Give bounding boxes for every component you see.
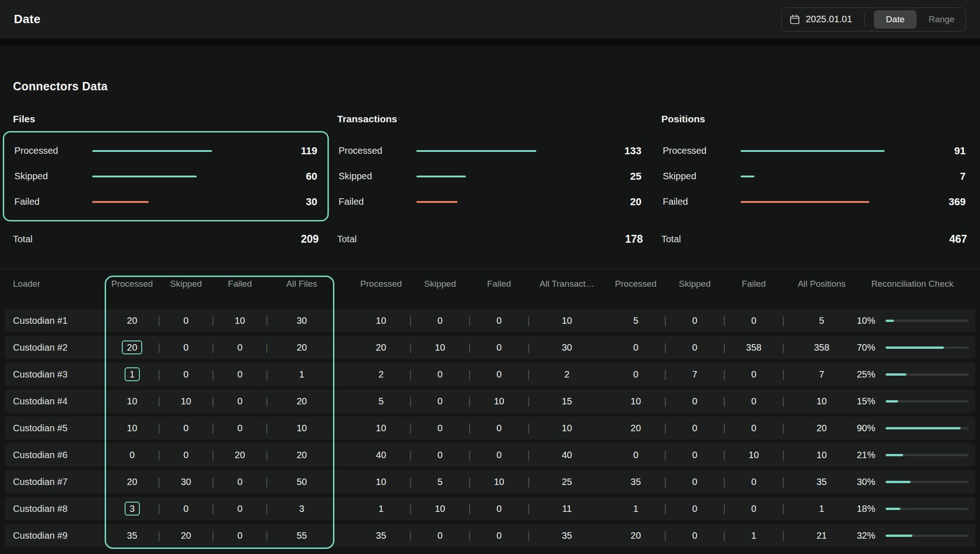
positions-cells: 0|7|0|7 — [610, 363, 856, 386]
recon-percent: 70% — [857, 342, 879, 353]
main-content: Connectors Data Files Processed 119 Skip… — [0, 46, 980, 554]
metric-label: Failed — [339, 196, 416, 207]
column-header: All Files — [271, 279, 333, 289]
range-mode-button[interactable]: Range — [922, 10, 961, 29]
cell-value: 0 — [217, 477, 263, 487]
table-row[interactable]: Custodian #7 20|30|0|50 10|5|10|25 35|0|… — [5, 470, 975, 493]
transactions-cells: 5|0|10|15 — [356, 390, 601, 413]
column-separator: | — [720, 315, 729, 327]
cell-value: 10 — [109, 396, 155, 407]
column-header: All Positions — [787, 279, 856, 289]
files-cells: 0|0|20|20 — [109, 443, 333, 466]
cell-value: 0 — [415, 315, 465, 326]
files-headers: Processed|Skipped|Failed|All Files — [109, 269, 333, 299]
topbar: Date 2025.01.01 Date Range — [0, 0, 980, 39]
reconciliation-cell: 21% — [856, 450, 969, 460]
table-header-row: Loader Processed|Skipped|Failed|All File… — [0, 269, 980, 299]
transactions-cells: 1|10|0|11 — [356, 497, 601, 520]
column-separator: | — [263, 368, 271, 380]
calendar-icon[interactable] — [789, 14, 800, 25]
table-row[interactable]: Custodian #4 10|10|0|20 5|0|10|15 10|0|0… — [5, 390, 975, 413]
metric-bar-fill — [92, 150, 212, 152]
cell-value: 30 — [533, 342, 601, 353]
metric-value: 60 — [285, 170, 317, 183]
table-row[interactable]: Custodian #2 20|0|0|20 20|10|0|30 0|0|35… — [5, 336, 975, 359]
metric-value: 91 — [933, 145, 966, 157]
table-row[interactable]: Custodian #8 3|0|0|3 1|10|0|11 1|0|0|1 1… — [5, 497, 975, 520]
files-cells: 20|0|0|20 — [109, 336, 333, 359]
table-row[interactable]: Custodian #1 20|0|10|30 10|0|0|10 5|0|0|… — [5, 309, 975, 332]
recon-bar-fill — [886, 481, 911, 483]
reconciliation-cell: 32% — [856, 530, 969, 541]
connectors-table: Loader Processed|Skipped|Failed|All File… — [0, 269, 980, 547]
column-separator: | — [155, 529, 163, 541]
cell-value: 25 — [533, 477, 601, 487]
table-row[interactable]: Custodian #3 1|0|0|1 2|0|0|2 0|7|0|7 25% — [5, 363, 975, 386]
cell-value: 10 — [356, 315, 406, 326]
total-label: Total — [13, 234, 32, 245]
highlighted-value-box: 20 — [122, 340, 142, 354]
column-separator: | — [406, 529, 415, 541]
column-separator: | — [465, 422, 474, 434]
summary-card-title: Positions — [661, 113, 967, 125]
table-row[interactable]: Custodian #6 0|0|20|20 40|0|0|40 0|0|10|… — [5, 443, 975, 466]
loader-header: Loader — [13, 279, 109, 289]
column-header: Skipped — [415, 279, 465, 289]
cell-value: 0 — [163, 450, 208, 460]
cell-value: 0 — [610, 450, 661, 460]
metric-value: 133 — [609, 145, 641, 157]
highlighted-value-box: 3 — [125, 502, 140, 516]
column-separator: | — [209, 422, 217, 434]
cell-value: 5 — [610, 315, 661, 326]
cell-value: 0 — [217, 396, 263, 407]
cell-value: 0 — [109, 450, 155, 460]
cell-value: 0 — [163, 504, 208, 514]
cell-value: 35 — [533, 530, 601, 541]
column-separator: | — [465, 341, 474, 353]
cell-value: 3 — [109, 502, 155, 516]
total-value: 467 — [949, 233, 967, 246]
cell-value: 0 — [163, 315, 208, 326]
date-mode-button[interactable]: Date — [874, 10, 917, 29]
recon-percent: 21% — [857, 450, 879, 460]
column-separator: | — [209, 341, 217, 353]
total-value: 209 — [301, 233, 319, 246]
metric-value: 369 — [933, 196, 966, 208]
recon-percent: 15% — [857, 396, 879, 407]
recon-bar — [886, 373, 969, 376]
cell-value: 0 — [163, 369, 208, 380]
cell-value: 10 — [217, 315, 263, 326]
reconciliation-cell: 15% — [856, 396, 969, 407]
transactions-cells: 20|10|0|30 — [356, 336, 601, 359]
section-title: Connectors Data — [13, 80, 967, 93]
metric-bar — [416, 201, 588, 203]
files-cells: 20|0|10|30 — [109, 309, 333, 332]
column-separator: | — [661, 315, 669, 327]
column-separator: | — [465, 395, 474, 407]
column-header: Skipped — [669, 279, 720, 289]
summary-card: Transactions Processed 133 Skipped 25 Fa… — [337, 113, 643, 248]
metric-value: 25 — [609, 170, 641, 183]
column-separator: | — [661, 395, 669, 407]
cell-value: 0 — [474, 423, 524, 434]
column-separator: | — [779, 476, 787, 488]
table-row[interactable]: Custodian #9 35|20|0|55 35|0|0|35 20|0|1… — [5, 524, 975, 547]
metric-row: Processed 119 — [14, 138, 317, 164]
summary-cards: Files Processed 119 Skipped 60 Failed 30… — [13, 113, 967, 248]
metric-bar — [92, 150, 264, 152]
cell-value: 10 — [474, 477, 524, 487]
cell-value: 0 — [474, 342, 524, 353]
column-separator: | — [779, 503, 787, 515]
column-header: Processed — [356, 279, 406, 289]
loader-cell: Custodian #4 — [13, 396, 109, 407]
metric-bar — [92, 176, 264, 177]
loader-cell: Custodian #6 — [13, 450, 109, 460]
column-separator: | — [524, 503, 533, 515]
metric-bar — [741, 150, 912, 152]
cell-value: 7 — [787, 369, 856, 380]
date-value[interactable]: 2025.01.01 — [806, 14, 855, 25]
column-separator: | — [465, 476, 474, 488]
column-separator: | — [209, 395, 217, 407]
table-row[interactable]: Custodian #5 10|0|0|10 10|0|0|10 20|0|0|… — [5, 416, 975, 440]
metric-value: 119 — [285, 145, 317, 157]
